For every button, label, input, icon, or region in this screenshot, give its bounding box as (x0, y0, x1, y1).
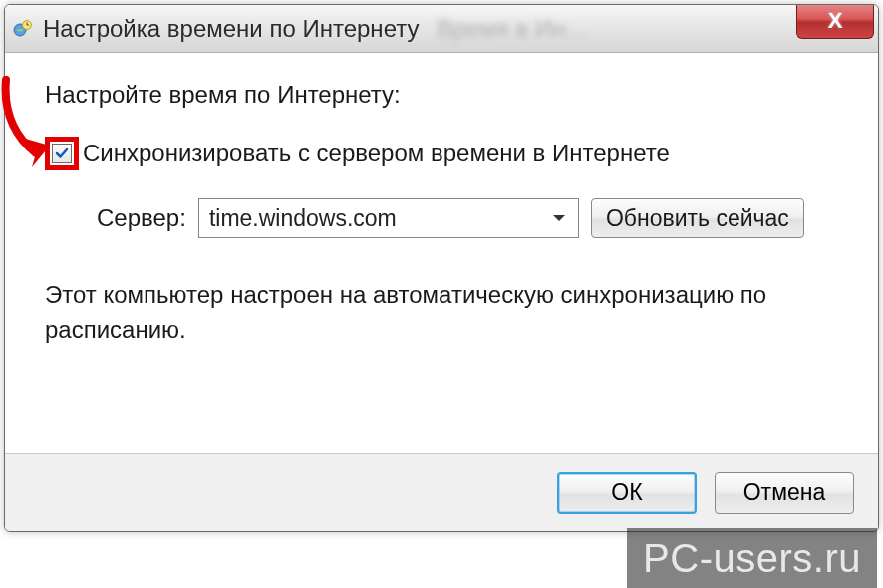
ok-label: ОК (611, 479, 642, 506)
watermark: PC-users.ru (627, 528, 877, 588)
server-combobox[interactable]: time.windows.com (198, 198, 579, 238)
clock-globe-icon (13, 19, 33, 39)
close-icon: X (828, 8, 843, 34)
dialog-content: Настройте время по Интернету: Синхронизи… (5, 53, 878, 453)
cancel-label: Отмена (743, 479, 826, 506)
annotation-highlight-box (45, 137, 79, 170)
status-text: Этот компьютер настроен на автоматическу… (45, 278, 850, 348)
cancel-button[interactable]: Отмена (715, 472, 854, 514)
sync-checkbox-row: Синхронизировать с сервером времени в Ин… (45, 137, 850, 170)
dialog-footer: ОК Отмена (5, 453, 878, 531)
server-combobox-value: time.windows.com (209, 205, 550, 232)
window-title: Настройка времени по Интернету (43, 15, 419, 43)
chevron-down-icon (550, 209, 568, 227)
titlebar: Настройка времени по Интернету Время в И… (5, 5, 878, 53)
checkmark-icon (55, 147, 69, 160)
heading-text: Настройте время по Интернету: (45, 81, 850, 109)
sync-checkbox-label: Синхронизировать с сервером времени в Ин… (83, 140, 670, 167)
server-row: Сервер: time.windows.com Обновить сейчас (45, 198, 850, 238)
update-now-label: Обновить сейчас (606, 205, 789, 232)
ok-button[interactable]: ОК (557, 472, 697, 514)
server-label: Сервер: (97, 204, 186, 232)
sync-checkbox[interactable] (52, 144, 72, 163)
update-now-button[interactable]: Обновить сейчас (591, 198, 804, 238)
title-blur-decor: Время в Ин… (437, 15, 589, 43)
close-button[interactable]: X (796, 4, 874, 39)
dialog-window: Настройка времени по Интернету Время в И… (4, 4, 879, 532)
